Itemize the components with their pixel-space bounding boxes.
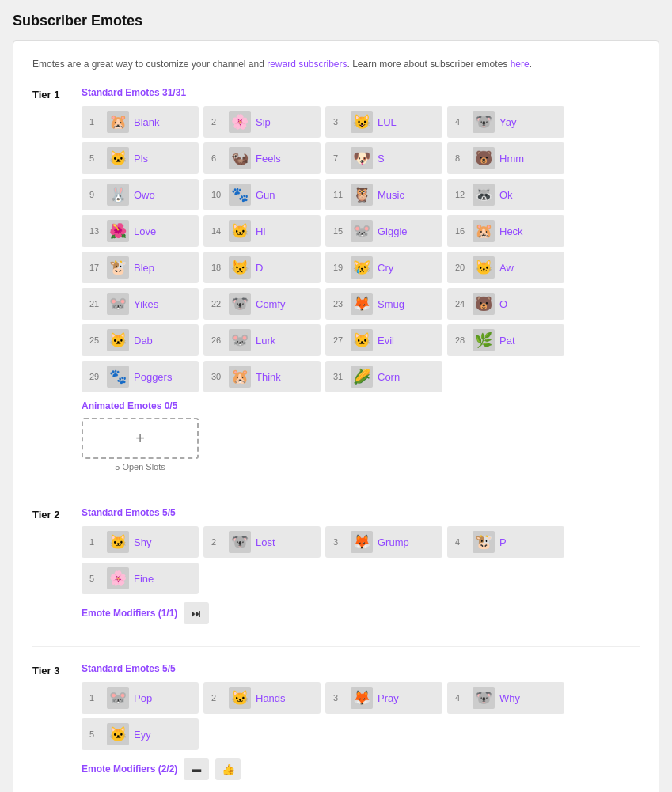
emote-image: 🐨 bbox=[229, 531, 251, 553]
emote-card-o[interactable]: 24 🐻 O bbox=[447, 288, 564, 320]
emote-image: 😺 bbox=[351, 111, 373, 133]
emote-card-giggle[interactable]: 15 🐭 Giggle bbox=[325, 215, 442, 247]
emote-card-lurk[interactable]: 26 🐭 Lurk bbox=[203, 324, 321, 356]
emote-card-comfy[interactable]: 22 🐨 Comfy bbox=[203, 288, 321, 320]
emote-image: 🐨 bbox=[473, 687, 495, 709]
emote-card-blank[interactable]: 1 🐹 Blank bbox=[82, 106, 199, 138]
emote-card-pop[interactable]: 1 🐭 Pop bbox=[82, 682, 199, 714]
emote-name: Hmm bbox=[499, 153, 524, 165]
emote-card-corn[interactable]: 31 🌽 Corn bbox=[325, 361, 442, 392]
emote-name: P bbox=[499, 536, 507, 548]
emote-card-smug[interactable]: 23 🦊 Smug bbox=[325, 288, 442, 320]
add-slot-plus-icon: + bbox=[135, 430, 145, 448]
tier1-standard-heading: Standard Emotes 31/31 bbox=[82, 87, 640, 98]
emote-card-heck[interactable]: 16 🐹 Heck bbox=[447, 215, 564, 247]
emote-name: Ok bbox=[499, 189, 513, 201]
emote-card-grump[interactable]: 3 🦊 Grump bbox=[325, 526, 442, 558]
emote-card-pray[interactable]: 3 🦊 Pray bbox=[325, 682, 442, 714]
emote-name: LUL bbox=[378, 116, 397, 128]
emote-number: 14 bbox=[211, 226, 224, 236]
emote-number: 1 bbox=[89, 693, 102, 703]
emote-image: 🐱 bbox=[473, 256, 495, 279]
emote-card-s[interactable]: 7 🐶 S bbox=[325, 142, 442, 174]
emote-number: 3 bbox=[333, 693, 346, 703]
emote-number: 10 bbox=[211, 190, 224, 199]
emote-number: 29 bbox=[89, 372, 102, 381]
emote-card-sip[interactable]: 2 🌸 Sip bbox=[203, 106, 321, 138]
emote-card-gun[interactable]: 10 🐾 Gun bbox=[203, 179, 321, 210]
emote-card-blep[interactable]: 17 🐮 Blep bbox=[82, 252, 199, 283]
emote-card-think[interactable]: 30 🐹 Think bbox=[203, 361, 321, 392]
emote-card-cry[interactable]: 19 😿 Cry bbox=[325, 252, 442, 283]
emote-number: 9 bbox=[89, 190, 102, 199]
emote-image: 🐮 bbox=[107, 256, 129, 279]
tier2-modifiers-row: Emote Modifiers (1/1) ⏭ bbox=[82, 602, 640, 624]
emote-name: O bbox=[499, 298, 507, 310]
emote-card-p[interactable]: 4 🐮 P bbox=[447, 526, 564, 558]
emote-card-hi[interactable]: 14 🐱 Hi bbox=[203, 215, 321, 247]
tier3-modifier-icon-2[interactable]: 👍 bbox=[215, 758, 241, 780]
tier2-content: Standard Emotes 5/5 1 🐱 Shy 2 🐨 Lost 3 🦊… bbox=[82, 507, 640, 627]
emote-image: 🐨 bbox=[229, 293, 251, 315]
emote-card-eyy[interactable]: 5 🐱 Eyy bbox=[82, 718, 199, 750]
emote-name: Blep bbox=[134, 262, 154, 274]
emote-number: 6 bbox=[211, 153, 224, 163]
emote-image: 🐭 bbox=[107, 687, 129, 709]
emote-card-aw[interactable]: 20 🐱 Aw bbox=[447, 252, 564, 283]
emote-name: Heck bbox=[499, 225, 523, 237]
tier1-content: Standard Emotes 31/31 1 🐹 Blank 2 🌸 Sip … bbox=[82, 87, 640, 472]
tier2-modifier-icon[interactable]: ⏭ bbox=[184, 602, 209, 624]
emote-image: 🐶 bbox=[351, 147, 373, 169]
emote-image: 🐾 bbox=[229, 184, 251, 206]
emote-card-love[interactable]: 13 🌺 Love bbox=[82, 215, 199, 247]
emote-card-hmm[interactable]: 8 🐻 Hmm bbox=[447, 142, 564, 174]
emote-card-d[interactable]: 18 😾 D bbox=[203, 252, 321, 283]
emote-name: Smug bbox=[378, 298, 404, 310]
emote-number: 30 bbox=[211, 372, 224, 381]
emote-name: Pat bbox=[499, 335, 515, 347]
tier3-emotes-grid: 1 🐭 Pop 2 🐱 Hands 3 🦊 Pray 4 🐨 Why 5 🐱 E… bbox=[82, 682, 640, 750]
emote-card-why[interactable]: 4 🐨 Why bbox=[447, 682, 564, 714]
emote-card-pls[interactable]: 5 🐱 Pls bbox=[82, 142, 199, 174]
emote-card-lost[interactable]: 2 🐨 Lost bbox=[203, 526, 321, 558]
emote-card-yikes[interactable]: 21 🐭 Yikes bbox=[82, 288, 199, 320]
emote-card-ok[interactable]: 12 🦝 Ok bbox=[447, 179, 564, 210]
emote-image: 🐨 bbox=[473, 111, 495, 133]
emote-card-feels[interactable]: 6 🦦 Feels bbox=[203, 142, 321, 174]
emote-image: 🌿 bbox=[473, 329, 495, 351]
info-text-3: . bbox=[530, 59, 532, 70]
emote-name: Aw bbox=[499, 262, 514, 274]
here-link[interactable]: here bbox=[511, 59, 530, 70]
emote-card-dab[interactable]: 25 🐱 Dab bbox=[82, 324, 199, 356]
emote-image: 🐱 bbox=[229, 687, 251, 709]
emote-name: Why bbox=[499, 692, 520, 704]
add-animated-emote-button[interactable]: + bbox=[82, 418, 199, 459]
emote-image: 🐱 bbox=[107, 723, 129, 745]
emote-number: 15 bbox=[333, 226, 346, 236]
emote-card-fine[interactable]: 5 🌸 Fine bbox=[82, 563, 199, 594]
emote-name: Music bbox=[378, 189, 404, 201]
emote-card-pat[interactable]: 28 🌿 Pat bbox=[447, 324, 564, 356]
emote-number: 2 bbox=[211, 693, 224, 703]
emote-image: 🦝 bbox=[473, 184, 495, 206]
tier3-modifier-icon-1[interactable]: ▬ bbox=[184, 758, 209, 780]
emote-card-evil[interactable]: 27 🐱 Evil bbox=[325, 324, 442, 356]
reward-subscribers-link[interactable]: reward subscribers bbox=[267, 59, 347, 70]
emote-card-music[interactable]: 11 🦉 Music bbox=[325, 179, 442, 210]
emote-image: 🐱 bbox=[351, 329, 373, 351]
emote-card-hands[interactable]: 2 🐱 Hands bbox=[203, 682, 321, 714]
emote-name: Love bbox=[134, 225, 156, 237]
emote-number: 12 bbox=[455, 190, 468, 199]
emote-name: Owo bbox=[134, 189, 155, 201]
emote-card-yay[interactable]: 4 🐨 Yay bbox=[447, 106, 564, 138]
emote-image: 🌺 bbox=[107, 220, 129, 242]
emote-number: 5 bbox=[89, 574, 102, 583]
info-text-2: . Learn more about subscriber emotes bbox=[347, 59, 511, 70]
emote-number: 16 bbox=[455, 226, 468, 236]
emote-number: 3 bbox=[333, 537, 346, 547]
emote-number: 18 bbox=[211, 263, 224, 272]
emote-card-lul[interactable]: 3 😺 LUL bbox=[325, 106, 442, 138]
emote-card-poggers[interactable]: 29 🐾 Poggers bbox=[82, 361, 199, 392]
emote-card-shy[interactable]: 1 🐱 Shy bbox=[82, 526, 199, 558]
emote-card-owo[interactable]: 9 🐰 Owo bbox=[82, 179, 199, 210]
